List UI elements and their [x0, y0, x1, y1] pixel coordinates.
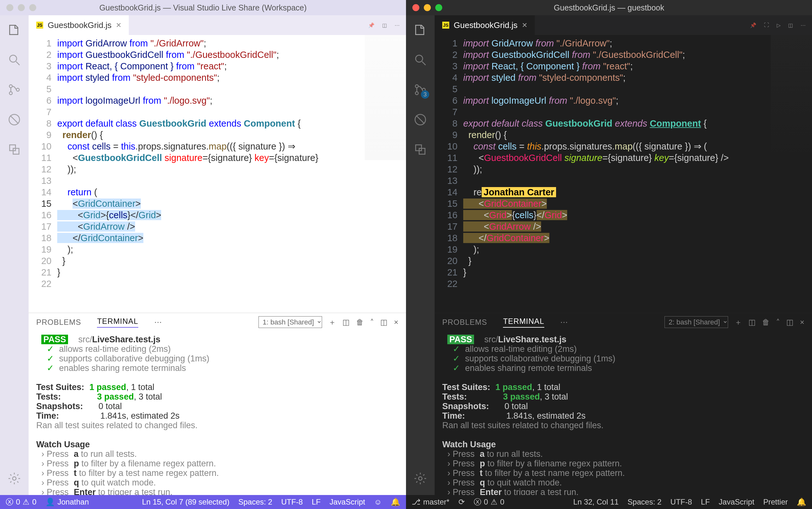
svg-point-3 [16, 88, 19, 91]
window-title: GuestbookGrid.js — Visual Studio Live Sh… [5, 3, 401, 12]
debug-icon[interactable] [7, 113, 21, 127]
maximize-panel-icon[interactable]: ◫ [786, 318, 793, 327]
run-icon[interactable]: ▷ [777, 22, 780, 28]
split-terminal-icon[interactable]: ◫ [748, 318, 756, 327]
focus-icon[interactable]: ⛶ [764, 22, 769, 28]
line-numbers: 12345678910111213141516171819202122 [29, 35, 57, 313]
status-spaces[interactable]: Spaces: 2 [628, 498, 662, 506]
status-language[interactable]: JavaScript [329, 498, 365, 506]
more-actions-icon[interactable]: ⋯ [801, 22, 806, 28]
status-cursor[interactable]: Ln 15, Col 7 (89 selected) [142, 498, 229, 506]
explorer-icon[interactable] [413, 23, 427, 37]
terminal-selector[interactable]: 2: bash [Shared] [664, 316, 728, 328]
problems-tab[interactable]: PROBLEMS [36, 318, 81, 327]
minimize-icon[interactable] [424, 4, 431, 11]
chevron-up-icon[interactable]: ˄ [370, 318, 374, 327]
status-eol[interactable]: LF [311, 498, 321, 506]
panel-tabs: PROBLEMS TERMINAL ⋯ 1: bash [Shared] ＋ ◫… [29, 313, 406, 332]
terminal-output[interactable]: PASS src/LiveShare.test.js ✓ allows real… [29, 332, 406, 495]
svg-rect-13 [415, 145, 421, 150]
kill-terminal-icon[interactable]: 🗑 [762, 318, 770, 327]
close-icon[interactable] [412, 4, 419, 11]
line-numbers: 12345678910111213141516171819202122 [435, 35, 463, 313]
liveshare-icon[interactable] [7, 142, 21, 157]
debug-icon[interactable] [413, 113, 427, 127]
svg-point-2 [9, 92, 12, 95]
svg-rect-5 [9, 145, 15, 150]
explorer-icon[interactable] [7, 23, 21, 37]
maximize-icon[interactable] [435, 4, 442, 11]
svg-point-15 [419, 477, 422, 480]
svg-point-8 [415, 55, 422, 62]
code-content[interactable]: import GridArrow from "./GridArrow"; imp… [57, 35, 406, 313]
editor-tab[interactable]: JS GuestbookGrid.js × [435, 15, 535, 35]
tab-filename: GuestbookGrid.js [48, 20, 112, 30]
terminal-output[interactable]: PASS src/LiveShare.test.js ✓ allows real… [435, 332, 812, 495]
editor-tab[interactable]: JS GuestbookGrid.js × [29, 15, 129, 35]
problems-tab[interactable]: PROBLEMS [442, 318, 487, 327]
status-formatter[interactable]: Prettier [763, 498, 788, 506]
svg-rect-6 [13, 148, 19, 154]
notifications-icon[interactable]: 🔔 [797, 498, 806, 506]
panel-more-icon[interactable]: ⋯ [154, 318, 162, 327]
source-control-icon[interactable]: 3 [413, 83, 427, 97]
minimize-icon[interactable] [18, 4, 25, 11]
minimap[interactable] [365, 35, 406, 160]
status-cursor[interactable]: Ln 32, Col 11 [573, 498, 619, 506]
settings-gear-icon[interactable] [7, 471, 21, 485]
minimap[interactable] [771, 35, 812, 160]
status-user[interactable]: 👤 Jonathan [45, 498, 89, 506]
settings-gear-icon[interactable] [413, 471, 427, 485]
collaborator-cursor: Jonathan Carter [482, 187, 556, 197]
status-language[interactable]: JavaScript [719, 498, 754, 506]
chevron-up-icon[interactable]: ˄ [776, 318, 780, 327]
split-terminal-icon[interactable]: ◫ [342, 318, 350, 327]
new-terminal-icon[interactable]: ＋ [328, 317, 336, 327]
editor-group: JS GuestbookGrid.js × 📌 ⛶ ▷ ◫ ⋯ 12345678… [435, 15, 812, 495]
terminal-tab[interactable]: TERMINAL [97, 317, 138, 328]
source-control-icon[interactable] [7, 83, 21, 97]
search-icon[interactable] [7, 53, 21, 67]
panel-tabs: PROBLEMS TERMINAL ⋯ 2: bash [Shared] ＋ ◫… [435, 313, 812, 332]
status-encoding[interactable]: UTF-8 [281, 498, 303, 506]
more-actions-icon[interactable]: ⋯ [395, 22, 400, 28]
activity-bar [0, 15, 29, 495]
status-eol[interactable]: LF [701, 498, 710, 506]
pin-icon[interactable]: 📌 [750, 22, 756, 28]
svg-point-1 [9, 84, 12, 88]
split-editor-icon[interactable]: ◫ [788, 22, 793, 28]
status-errors[interactable]: ⓧ 0 ⚠ 0 [6, 497, 37, 507]
pin-icon[interactable]: 📌 [368, 22, 374, 28]
feedback-icon[interactable]: ☺ [374, 498, 382, 506]
panel-more-icon[interactable]: ⋯ [560, 318, 568, 327]
code-content[interactable]: import GridArrow from "./GridArrow"; imp… [463, 35, 812, 313]
code-editor[interactable]: 12345678910111213141516171819202122 impo… [29, 35, 406, 313]
search-icon[interactable] [413, 53, 427, 67]
svg-rect-14 [419, 148, 425, 154]
status-encoding[interactable]: UTF-8 [670, 498, 692, 506]
status-errors[interactable]: ⓧ 0 ⚠ 0 [474, 497, 505, 507]
kill-terminal-icon[interactable]: 🗑 [356, 318, 364, 327]
close-tab-icon[interactable]: × [522, 20, 527, 30]
terminal-tab[interactable]: TERMINAL [503, 317, 544, 328]
window-body: 3 JS GuestbookGrid.js × 📌 ⛶ ▷ ◫ ⋯ [406, 15, 812, 495]
status-spaces[interactable]: Spaces: 2 [238, 498, 272, 506]
close-icon[interactable] [6, 4, 13, 11]
code-editor[interactable]: 12345678910111213141516171819202122 impo… [435, 35, 812, 313]
status-sync-icon[interactable]: ⟳ [458, 498, 465, 506]
liveshare-icon[interactable] [413, 142, 427, 157]
js-file-icon: JS [442, 22, 449, 29]
status-branch[interactable]: ⎇ master* [412, 498, 449, 506]
split-editor-icon[interactable]: ◫ [382, 22, 387, 28]
close-tab-icon[interactable]: × [116, 20, 121, 30]
maximize-icon[interactable] [29, 4, 36, 11]
svg-point-0 [9, 55, 16, 62]
new-terminal-icon[interactable]: ＋ [734, 317, 742, 327]
close-panel-icon[interactable]: × [394, 318, 398, 327]
maximize-panel-icon[interactable]: ◫ [380, 318, 387, 327]
close-panel-icon[interactable]: × [800, 318, 804, 327]
notifications-icon[interactable]: 🔔 [391, 498, 400, 506]
tab-filename: GuestbookGrid.js [454, 20, 518, 30]
tab-bar: JS GuestbookGrid.js × 📌 ◫ ⋯ [29, 15, 406, 35]
terminal-selector[interactable]: 1: bash [Shared] [258, 316, 322, 328]
